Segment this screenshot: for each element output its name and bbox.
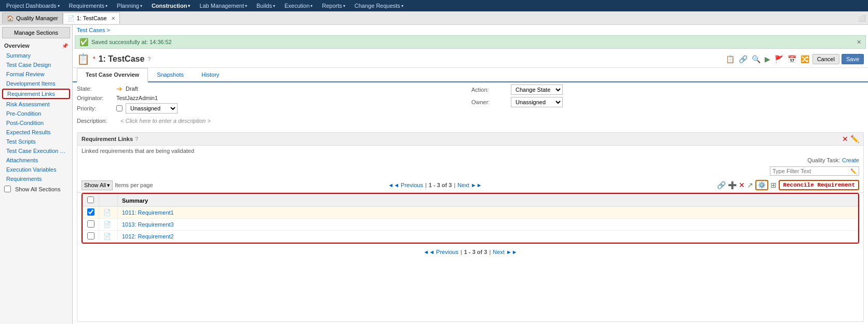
grid-icon[interactable]: ⊞ [770, 181, 777, 189]
sidebar-item-pre-condition[interactable]: Pre-Condition [0, 109, 72, 118]
tab-navigation: Test Case Overview Snapshots History [73, 68, 868, 82]
sidebar-item-test-case-execution-records[interactable]: Test Case Execution Records [0, 146, 72, 156]
link-req-icon[interactable]: 🔗 [717, 181, 726, 189]
copy-icon[interactable]: 📋 [725, 54, 736, 64]
top-navigation: Project Dashboards ▾ Requirements ▾ Plan… [0, 0, 868, 11]
sidebar-item-expected-results[interactable]: Expected Results [0, 128, 72, 137]
cancel-button[interactable]: Cancel [812, 54, 839, 64]
tab-snapshots[interactable]: Snapshots [148, 68, 193, 81]
row-summary-cell[interactable]: 1012: Requirement2 [118, 231, 858, 243]
show-all-button[interactable]: Show All ▾ [82, 180, 113, 190]
filter-input[interactable] [772, 168, 850, 174]
show-all-checkbox[interactable] [4, 186, 11, 192]
nav-reports[interactable]: Reports ▾ [318, 2, 349, 10]
req-links-help-icon[interactable]: ? [135, 136, 138, 142]
expand-icon[interactable]: ⬜ [858, 15, 866, 22]
banner-close-icon[interactable]: ✕ [857, 39, 861, 46]
sidebar-item-development-items[interactable]: Development Items [0, 79, 72, 88]
row-checkbox[interactable] [87, 232, 94, 240]
home-icon: 🏠 [7, 15, 14, 22]
owner-select[interactable]: Unassigned [511, 97, 563, 107]
record-toolbar: 📋 🔗 🔍 ▶ 🚩 📅 🔀 Cancel Save [725, 54, 864, 64]
nav-change-requests[interactable]: Change Requests ▾ [350, 2, 408, 10]
pagination-bottom: ◄◄ Previous | 1 - 3 of 3 | Next ►► [77, 246, 863, 258]
nav-requirements[interactable]: Requirements ▾ [65, 2, 112, 10]
sidebar-item-attachments[interactable]: Attachments [0, 156, 72, 165]
form-section: State: ➔ Draft Originator: TestJazzAdmin… [73, 82, 868, 130]
content-area: Test Cases > ✅ Saved successfully at: 14… [73, 25, 868, 324]
add-req-icon[interactable]: ➕ [728, 181, 737, 189]
requirement-link[interactable]: 1011: Requirement1 [122, 209, 174, 216]
priority-checkbox[interactable] [116, 105, 123, 111]
export-icon[interactable]: ↗ [747, 181, 753, 189]
record-header: 📋 * 1: TestCase ? 📋 🔗 🔍 ▶ 🚩 📅 🔀 Cancel S… [73, 51, 868, 68]
remove-req-icon[interactable]: ✕ [739, 181, 745, 189]
sidebar-item-requirement-links[interactable]: Requirement Links [2, 89, 70, 99]
tab-testcase[interactable]: 📄 1: TestCase ✕ [63, 12, 120, 24]
description-field[interactable]: < Click here to enter a description > [116, 116, 215, 126]
pin-icon[interactable]: 📌 [62, 43, 68, 49]
calendar-icon[interactable]: 📅 [786, 54, 797, 64]
row-summary-cell[interactable]: 1011: Requirement1 [118, 207, 858, 219]
prev-page-button[interactable]: ◄◄ Previous [388, 182, 423, 188]
state-row: State: ➔ Draft [77, 84, 469, 93]
sidebar-item-requirements[interactable]: Requirements [0, 174, 72, 184]
requirement-link[interactable]: 1013: Requirement3 [122, 221, 174, 228]
row-checkbox[interactable] [87, 208, 94, 216]
create-quality-task-link[interactable]: Create [842, 157, 859, 163]
sidebar-item-test-scripts[interactable]: Test Scripts [0, 137, 72, 146]
pagination-top: ◄◄ Previous | 1 - 3 of 3 | Next ►► [155, 181, 715, 189]
filter-bar: ✏️ [77, 164, 863, 178]
sidebar-item-summary[interactable]: Summary [0, 51, 72, 60]
share-icon[interactable]: 🔀 [799, 54, 810, 64]
success-banner: ✅ Saved successfully at: 14:36:52 ✕ [75, 35, 866, 49]
sidebar-item-formal-review[interactable]: Formal Review [0, 69, 72, 79]
tab-test-case-overview[interactable]: Test Case Overview [77, 68, 148, 82]
tab-close-icon[interactable]: ✕ [111, 16, 115, 21]
select-all-checkbox[interactable] [87, 196, 94, 203]
req-links-edit-icon[interactable]: ✏️ [850, 135, 859, 143]
tab-history[interactable]: History [193, 68, 228, 81]
save-button[interactable]: Save [842, 54, 864, 64]
show-all-sections[interactable]: Show All Sections [0, 184, 72, 194]
nav-lab-management[interactable]: Lab Management ▾ [195, 2, 251, 10]
sidebar-item-execution-variables[interactable]: Execution Variables [0, 165, 72, 174]
row-icon-cell: 📄 [99, 231, 118, 243]
document-icon: 📄 [67, 15, 75, 22]
summary-header: Summary [118, 194, 858, 207]
sidebar-item-risk-assessment[interactable]: Risk Assessment [0, 100, 72, 109]
nav-construction[interactable]: Construction ▾ [147, 2, 194, 10]
nav-execution[interactable]: Execution ▾ [280, 2, 317, 10]
priority-select[interactable]: Unassigned [126, 103, 178, 114]
breadcrumb[interactable]: Test Cases > [73, 25, 868, 35]
prev-page-bottom-button[interactable]: ◄◄ Previous [423, 249, 458, 255]
nav-builds[interactable]: Builds ▾ [252, 2, 279, 10]
chevron-down-icon: ▾ [273, 4, 275, 8]
row-summary-cell[interactable]: 1013: Requirement3 [118, 219, 858, 231]
row-checkbox[interactable] [87, 220, 94, 228]
help-icon[interactable]: ? [147, 56, 151, 62]
requirement-link[interactable]: 1012: Requirement2 [122, 233, 174, 240]
reconcile-requirement-button[interactable]: Reconcile Requirement [779, 180, 859, 190]
search-icon[interactable]: 🔍 [751, 54, 762, 64]
requirement-icon: 📄 [103, 209, 111, 216]
req-links-close-icon[interactable]: ✕ [842, 135, 848, 143]
sidebar: Manage Sections Overview 📌 Summary Test … [0, 25, 73, 324]
next-page-button[interactable]: Next ►► [457, 182, 482, 188]
nav-planning[interactable]: Planning ▾ [113, 2, 146, 10]
record-title: 1: TestCase [99, 54, 145, 64]
filter-clear-icon[interactable]: ✏️ [850, 168, 857, 174]
action-select[interactable]: Change State [511, 84, 563, 95]
next-page-bottom-button[interactable]: Next ►► [493, 249, 517, 255]
table-actions: 🔗 ➕ ✕ ↗ ⚙️ ⊞ Reconcile Requirement [717, 180, 859, 190]
reconcile-icon[interactable]: ⚙️ [755, 180, 768, 190]
play-icon[interactable]: ▶ [764, 54, 771, 64]
link-icon[interactable]: 🔗 [738, 54, 749, 64]
sidebar-item-post-condition[interactable]: Post-Condition [0, 118, 72, 128]
manage-sections-button[interactable]: Manage Sections [2, 27, 70, 38]
sidebar-item-test-case-design[interactable]: Test Case Design [0, 60, 72, 69]
chevron-down-icon: ▾ [188, 4, 190, 8]
flag-icon[interactable]: 🚩 [774, 54, 784, 64]
nav-project-dashboards[interactable]: Project Dashboards ▾ [2, 2, 64, 10]
tab-quality-manager[interactable]: 🏠 Quality Manager [2, 12, 63, 24]
